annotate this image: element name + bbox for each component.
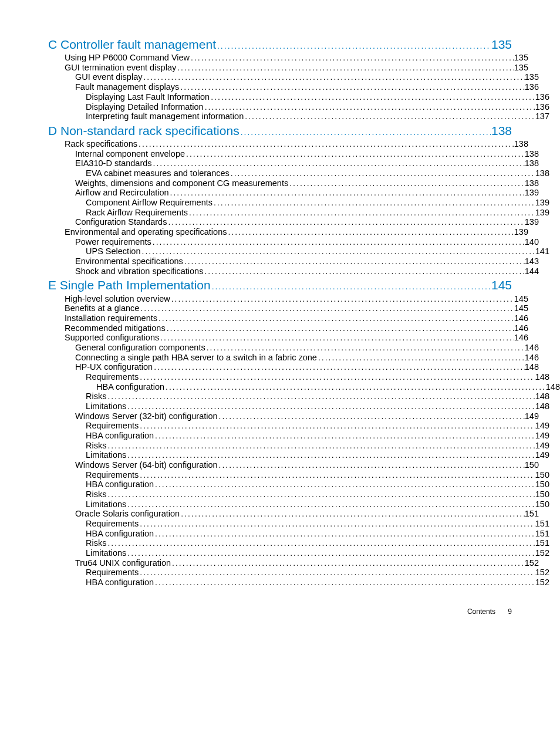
toc-leader-dots [151,237,525,247]
toc-entry-page: 149 [535,421,549,431]
toc-entry[interactable]: Power requirements140 [75,237,539,247]
footer-label: Contents [467,607,495,616]
toc-entry[interactable]: GUI termination event display135 [65,63,528,73]
toc-entry[interactable]: Shock and vibration specifications144 [75,266,539,276]
toc-entry-page: 136 [535,92,549,102]
toc-entry[interactable]: HBA configuration149 [86,431,549,441]
toc-entry[interactable]: GUI event display135 [75,72,539,82]
toc-leader-dots [188,208,535,217]
toc-entry-page: 139 [525,217,539,227]
toc-entry[interactable]: Displaying Detailed Information136 [86,102,549,112]
toc-leader-dots [176,63,514,72]
toc-entry[interactable]: Requirements149 [86,421,549,431]
toc-leader-dots [154,480,535,489]
toc-entry[interactable]: EIA310-D standards138 [75,158,539,168]
toc-entry[interactable]: Environmental specifications143 [75,256,539,266]
toc-entry[interactable]: HBA configuration152 [86,578,549,588]
toc-entry-page: 150 [535,490,549,499]
toc-entry[interactable]: Interpreting fault management informatio… [86,112,549,121]
toc-entry[interactable]: C Controller fault management135 [48,38,512,52]
toc-entry-page: 150 [525,460,539,470]
toc-entry[interactable]: Tru64 UNIX configuration152 [75,558,539,568]
toc-entry[interactable]: Airflow and Recirculation139 [75,188,539,198]
toc-leader-dots [139,372,535,382]
toc-entry-page: 148 [535,391,549,401]
toc-entry[interactable]: Requirements148 [86,372,549,382]
toc-entry[interactable]: Limitations152 [86,548,549,558]
toc-entry[interactable]: Using HP P6000 Command View135 [65,53,528,63]
toc-entry-title: GUI event display [75,72,142,82]
toc-entry[interactable]: Installation requirements146 [65,313,528,323]
toc-entry[interactable]: Risks151 [86,538,549,548]
toc-entry-title: Rack Airflow Requirements [86,208,188,218]
toc-entry-page: 135 [514,53,528,63]
toc-leader-dots [169,188,525,197]
toc-leader-dots [204,102,535,112]
toc-entry[interactable]: Rack Airflow Requirements139 [86,208,549,218]
toc-entry[interactable]: Limitations148 [86,401,549,411]
toc-entry[interactable]: Oracle Solaris configuration151 [75,509,539,519]
toc-entry-page: 139 [535,208,549,218]
toc-entry[interactable]: Internal component envelope138 [75,149,539,159]
toc-entry[interactable]: Risks150 [86,490,549,499]
toc-entry[interactable]: Benefits at a glance145 [65,303,528,313]
toc-entry[interactable]: Supported configurations146 [65,333,528,343]
toc-entry[interactable]: Displaying Last Fault Information136 [86,92,549,102]
toc-entry[interactable]: Connecting a single path HBA server to a… [75,353,539,363]
toc-leader-dots [317,353,525,362]
toc-entry-page: 138 [514,139,528,149]
toc-entry-page: 138 [525,149,539,159]
toc-entry-page: 139 [525,188,539,198]
toc-entry[interactable]: HBA configuration151 [86,529,549,539]
toc-entry-title: Using HP P6000 Command View [65,53,190,63]
toc-entry-page: 148 [535,401,549,411]
toc-entry[interactable]: EVA cabinet measures and tolerances138 [86,168,549,178]
toc-entry[interactable]: Windows Server (32-bit) configuration149 [75,411,539,421]
toc-entry[interactable]: Limitations149 [86,450,549,460]
toc-entry[interactable]: Risks148 [86,391,549,401]
toc-entry-title: Weights, dimensions and component CG mea… [75,178,288,188]
toc-leader-dots [239,127,491,137]
toc-entry[interactable]: Requirements151 [86,519,549,529]
toc-entry[interactable]: Configuration Standards139 [75,217,539,227]
toc-entry[interactable]: Environmental and operating specificatio… [65,227,528,237]
toc-leader-dots [152,158,525,168]
toc-entry[interactable]: HBA configuration148 [96,382,560,392]
toc-entry[interactable]: Windows Server (64-bit) configuration150 [75,460,539,470]
toc-entry-title: EVA cabinet measures and tolerances [86,168,230,178]
toc-entry-title: Tru64 UNIX configuration [75,558,171,568]
toc-entry[interactable]: Fault management displays136 [75,82,539,92]
toc-entry-title: Risks [86,538,106,548]
toc-entry[interactable]: Risks149 [86,441,549,451]
toc-leader-dots [126,548,535,558]
toc-entry[interactable]: HBA configuration150 [86,480,549,490]
toc-leader-dots [141,247,535,256]
toc-entry[interactable]: Requirements152 [86,568,549,578]
toc-leader-dots [205,343,525,352]
toc-leader-dots [126,401,535,411]
toc-entry[interactable]: Rack specifications138 [65,139,528,149]
toc-entry[interactable]: Recommended mitigations146 [65,323,528,333]
toc-entry-title: Shock and vibration specifications [75,266,203,276]
toc-entry-page: 148 [546,382,560,392]
toc-entry-page: 138 [535,168,549,178]
toc-entry[interactable]: HP-UX configuration148 [75,362,539,372]
toc-entry[interactable]: Weights, dimensions and component CG mea… [75,178,539,188]
toc-entry-title: HBA configuration [86,480,154,490]
toc-leader-dots [218,460,525,470]
toc-leader-dots [216,41,491,50]
toc-entry[interactable]: E Single Path Implementation145 [48,278,512,292]
page-footer: Contents 9 [48,607,512,616]
toc-entry[interactable]: General configuration components146 [75,343,539,353]
toc-entry[interactable]: Requirements150 [86,470,549,480]
toc-leader-dots [210,92,535,102]
toc-entry-title: Requirements [86,421,139,431]
toc-entry-title: Requirements [86,372,139,382]
toc-entry-page: 139 [535,198,549,208]
toc-entry[interactable]: High-level solution overview145 [65,294,528,304]
toc-leader-dots [142,72,524,82]
toc-entry[interactable]: Component Airflow Requirements139 [86,198,549,208]
toc-entry[interactable]: D Non-standard rack specifications138 [48,124,512,138]
toc-entry[interactable]: Limitations150 [86,499,549,509]
toc-entry[interactable]: UPS Selection141 [86,247,549,256]
